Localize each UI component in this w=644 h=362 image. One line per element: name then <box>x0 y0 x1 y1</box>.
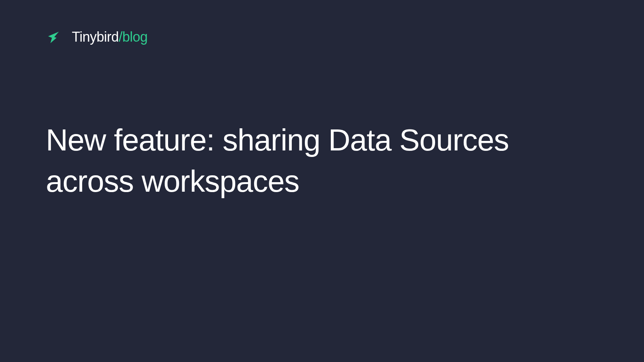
header: Tinybird/blog <box>46 29 598 45</box>
tinybird-logo-icon <box>46 29 61 45</box>
brand-name: Tinybird <box>72 29 119 45</box>
brand-separator: / <box>119 29 123 45</box>
brand-text: Tinybird/blog <box>72 29 147 45</box>
page-container: Tinybird/blog New feature: sharing Data … <box>0 0 644 362</box>
title-section: New feature: sharing Data Sources across… <box>46 120 598 202</box>
page-title: New feature: sharing Data Sources across… <box>46 120 598 202</box>
brand-section: blog <box>122 29 147 45</box>
